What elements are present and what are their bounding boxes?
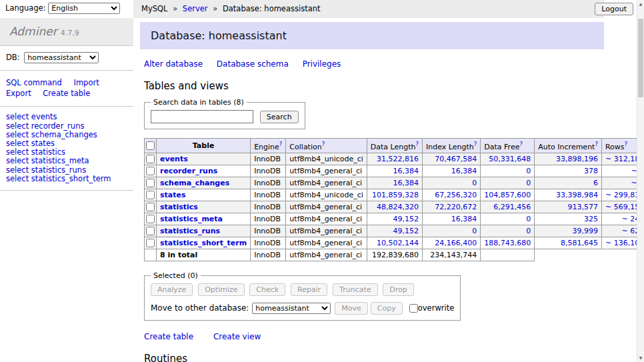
scroll-down-icon[interactable]: ▼ — [637, 354, 644, 362]
data-length-link[interactable]: 49,152 — [393, 215, 419, 223]
index-length-link[interactable]: 0 — [472, 227, 477, 235]
index-length-link[interactable]: 0 — [472, 179, 477, 187]
auto-increment-link[interactable]: 325 — [584, 215, 598, 223]
select-all-checkbox[interactable] — [146, 141, 155, 150]
table-name-link[interactable]: statistics_runs — [160, 227, 220, 235]
auto-increment-link[interactable]: 33,398,984 — [556, 191, 598, 199]
overwrite-checkbox[interactable] — [409, 304, 418, 313]
index-length-link[interactable]: 24,166,400 — [435, 239, 477, 247]
table-name-link[interactable]: events — [160, 155, 188, 163]
table-name-link[interactable]: states — [160, 191, 186, 199]
data-free-link[interactable]: 0 — [526, 227, 531, 235]
data-length-link[interactable]: 49,152 — [393, 227, 419, 235]
row-checkbox[interactable] — [146, 239, 155, 247]
row-checkbox[interactable] — [146, 227, 155, 235]
search-input[interactable] — [151, 110, 253, 123]
data-free-link[interactable]: 6,291,456 — [493, 203, 531, 211]
create-view-link[interactable]: Create view — [213, 332, 261, 341]
overwrite-label: overwrite — [418, 303, 455, 313]
repair-button[interactable]: Repair — [291, 283, 327, 296]
sidebar-table-link[interactable]: select recorder_runs — [6, 121, 127, 130]
data-free-link[interactable]: 0 — [526, 167, 531, 175]
data-length-link[interactable]: 101,859,328 — [372, 191, 419, 199]
row-checkbox[interactable] — [146, 191, 155, 199]
help-link[interactable]: ? — [519, 141, 523, 147]
help-link[interactable]: ? — [322, 141, 325, 147]
sidebar-table-link[interactable]: select states — [6, 139, 127, 148]
drop-button[interactable]: Drop — [383, 283, 413, 296]
index-length-link[interactable]: 16,384 — [451, 167, 477, 175]
check-button[interactable]: Check — [249, 283, 285, 296]
auto-increment-link[interactable]: 378 — [584, 167, 598, 175]
row-checkbox[interactable] — [146, 179, 155, 187]
auto-increment-link[interactable]: 8,581,645 — [561, 239, 598, 247]
table-name-link[interactable]: statistics — [160, 203, 198, 211]
scrollbar[interactable]: ▲ ▼ — [637, 0, 644, 362]
logout-button[interactable]: Logout — [595, 3, 633, 15]
table-name-link[interactable]: recorder_runs — [160, 167, 217, 175]
move-label: Move to other database: — [151, 303, 249, 313]
data-length-link[interactable]: 16,384 — [393, 167, 419, 175]
table-name-link[interactable]: statistics_meta — [160, 215, 223, 223]
sidebar-table-link[interactable]: select statistics_short_term — [6, 174, 127, 183]
breadcrumb-separator: » — [213, 4, 217, 13]
table-name-link[interactable]: statistics_short_term — [160, 239, 247, 247]
create-table-link[interactable]: Create table — [43, 89, 90, 98]
database-schema-link[interactable]: Database schema — [217, 59, 289, 69]
help-link[interactable]: ? — [625, 141, 628, 147]
index-length-link[interactable]: 16,384 — [451, 215, 477, 223]
cell-engine: InnoDB — [251, 153, 286, 165]
data-length-link[interactable]: 31,522,816 — [377, 155, 419, 163]
help-link[interactable]: ? — [279, 141, 283, 147]
alter-database-link[interactable]: Alter database — [144, 59, 203, 69]
column-header-index-length: Index Length? — [423, 139, 481, 153]
data-length-link[interactable]: 48,824,320 — [377, 203, 419, 211]
index-length-link[interactable]: 70,467,584 — [435, 155, 477, 163]
auto-increment-link[interactable]: 39,999 — [572, 227, 598, 235]
privileges-link[interactable]: Privileges — [303, 59, 341, 69]
help-link[interactable]: ? — [595, 141, 598, 147]
column-header-engine: Engine? — [251, 139, 286, 153]
data-length-link[interactable]: 10,502,144 — [377, 239, 419, 247]
data-free-link[interactable]: 50,331,648 — [489, 155, 531, 163]
language-select[interactable]: English — [48, 3, 120, 14]
create-table-link-main[interactable]: Create table — [144, 332, 193, 341]
data-free-link[interactable]: 0 — [526, 215, 531, 223]
move-button[interactable]: Move — [335, 302, 368, 315]
analyze-button[interactable]: Analyze — [151, 283, 193, 296]
sql-command-link[interactable]: SQL command — [6, 78, 62, 87]
sidebar-table-link[interactable]: select schema_changes — [6, 130, 127, 139]
scroll-thumb[interactable] — [638, 19, 643, 97]
breadcrumb-server-link[interactable]: Server — [183, 4, 208, 13]
import-link[interactable]: Import — [73, 78, 99, 87]
data-length-link[interactable]: 16,384 — [393, 179, 419, 187]
row-checkbox[interactable] — [146, 215, 155, 223]
sidebar-table-link[interactable]: select events — [6, 113, 127, 121]
optimize-button[interactable]: Optimize — [198, 283, 244, 296]
truncate-button[interactable]: Truncate — [333, 283, 377, 296]
auto-increment-link[interactable]: 913,577 — [567, 203, 598, 211]
copy-button[interactable]: Copy — [371, 302, 403, 315]
row-checkbox[interactable] — [146, 203, 155, 211]
db-select[interactable]: homeassistant — [24, 52, 99, 63]
help-link[interactable]: ? — [474, 141, 477, 147]
search-button[interactable]: Search — [260, 111, 299, 123]
row-checkbox[interactable] — [146, 155, 155, 163]
help-link[interactable]: ? — [416, 141, 419, 147]
table-name-link[interactable]: schema_changes — [160, 179, 229, 187]
data-free-link[interactable]: 188,743,680 — [484, 239, 531, 247]
sidebar-table-link[interactable]: select statistics — [6, 148, 127, 157]
scroll-up-icon[interactable]: ▲ — [637, 0, 644, 8]
index-length-link[interactable]: 67,256,320 — [435, 191, 477, 199]
row-checkbox[interactable] — [146, 167, 155, 175]
sidebar-table-link[interactable]: select statistics_meta — [6, 157, 127, 165]
export-link[interactable]: Export — [6, 89, 31, 98]
move-db-select[interactable]: homeassistant — [252, 303, 331, 314]
index-length-link[interactable]: 72,220,672 — [435, 203, 477, 211]
auto-increment-link[interactable]: 6 — [593, 179, 598, 187]
routines-heading: Routines — [144, 353, 604, 362]
data-free-link[interactable]: 0 — [526, 179, 531, 187]
sidebar-table-link[interactable]: select statistics_runs — [6, 165, 127, 174]
data-free-link[interactable]: 104,857,600 — [484, 191, 531, 199]
auto-increment-link[interactable]: 33,898,196 — [556, 155, 598, 163]
